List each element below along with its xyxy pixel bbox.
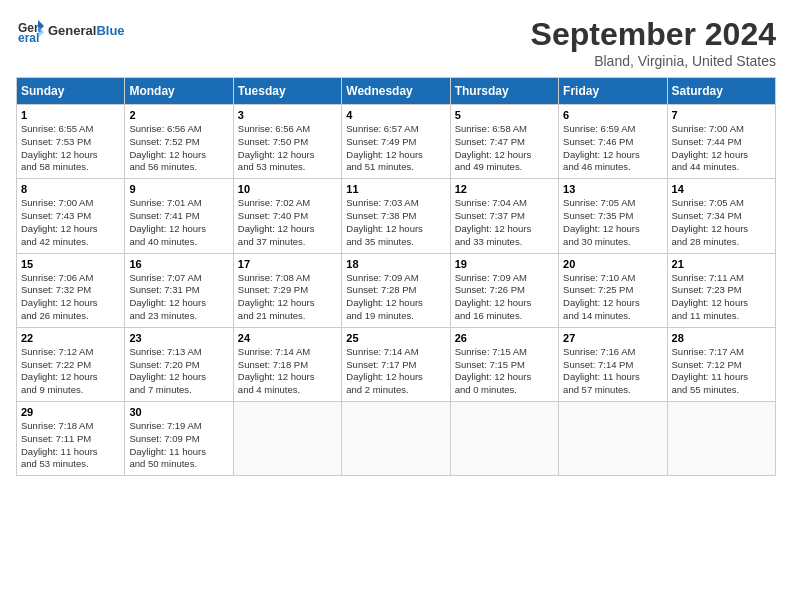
calendar-cell: 11Sunrise: 7:03 AM Sunset: 7:38 PM Dayli… — [342, 179, 450, 253]
day-info: Sunrise: 7:13 AM Sunset: 7:20 PM Dayligh… — [129, 346, 228, 397]
day-number: 28 — [672, 332, 771, 344]
day-number: 27 — [563, 332, 662, 344]
day-info: Sunrise: 7:09 AM Sunset: 7:28 PM Dayligh… — [346, 272, 445, 323]
day-info: Sunrise: 7:19 AM Sunset: 7:09 PM Dayligh… — [129, 420, 228, 471]
day-number: 29 — [21, 406, 120, 418]
calendar-cell: 29Sunrise: 7:18 AM Sunset: 7:11 PM Dayli… — [17, 402, 125, 476]
day-number: 7 — [672, 109, 771, 121]
col-header-thursday: Thursday — [450, 78, 558, 105]
day-number: 6 — [563, 109, 662, 121]
day-info: Sunrise: 7:03 AM Sunset: 7:38 PM Dayligh… — [346, 197, 445, 248]
day-info: Sunrise: 7:08 AM Sunset: 7:29 PM Dayligh… — [238, 272, 337, 323]
calendar-cell — [667, 402, 775, 476]
calendar-cell: 14Sunrise: 7:05 AM Sunset: 7:34 PM Dayli… — [667, 179, 775, 253]
col-header-tuesday: Tuesday — [233, 78, 341, 105]
logo-general-text: GeneralBlue — [48, 23, 125, 38]
day-info: Sunrise: 7:09 AM Sunset: 7:26 PM Dayligh… — [455, 272, 554, 323]
calendar-cell: 20Sunrise: 7:10 AM Sunset: 7:25 PM Dayli… — [559, 253, 667, 327]
calendar-cell: 12Sunrise: 7:04 AM Sunset: 7:37 PM Dayli… — [450, 179, 558, 253]
calendar-cell — [559, 402, 667, 476]
calendar-cell — [450, 402, 558, 476]
calendar-cell: 10Sunrise: 7:02 AM Sunset: 7:40 PM Dayli… — [233, 179, 341, 253]
day-number: 22 — [21, 332, 120, 344]
day-info: Sunrise: 7:05 AM Sunset: 7:35 PM Dayligh… — [563, 197, 662, 248]
day-info: Sunrise: 6:58 AM Sunset: 7:47 PM Dayligh… — [455, 123, 554, 174]
day-info: Sunrise: 7:00 AM Sunset: 7:44 PM Dayligh… — [672, 123, 771, 174]
day-number: 10 — [238, 183, 337, 195]
day-number: 9 — [129, 183, 228, 195]
calendar-cell: 24Sunrise: 7:14 AM Sunset: 7:18 PM Dayli… — [233, 327, 341, 401]
calendar-week-2: 8Sunrise: 7:00 AM Sunset: 7:43 PM Daylig… — [17, 179, 776, 253]
day-info: Sunrise: 7:06 AM Sunset: 7:32 PM Dayligh… — [21, 272, 120, 323]
day-info: Sunrise: 7:00 AM Sunset: 7:43 PM Dayligh… — [21, 197, 120, 248]
calendar-cell: 15Sunrise: 7:06 AM Sunset: 7:32 PM Dayli… — [17, 253, 125, 327]
day-info: Sunrise: 7:02 AM Sunset: 7:40 PM Dayligh… — [238, 197, 337, 248]
day-number: 2 — [129, 109, 228, 121]
day-info: Sunrise: 7:14 AM Sunset: 7:17 PM Dayligh… — [346, 346, 445, 397]
col-header-wednesday: Wednesday — [342, 78, 450, 105]
calendar-table: SundayMondayTuesdayWednesdayThursdayFrid… — [16, 77, 776, 476]
day-info: Sunrise: 7:17 AM Sunset: 7:12 PM Dayligh… — [672, 346, 771, 397]
calendar-cell: 1Sunrise: 6:55 AM Sunset: 7:53 PM Daylig… — [17, 105, 125, 179]
calendar-cell: 21Sunrise: 7:11 AM Sunset: 7:23 PM Dayli… — [667, 253, 775, 327]
col-header-saturday: Saturday — [667, 78, 775, 105]
day-info: Sunrise: 7:12 AM Sunset: 7:22 PM Dayligh… — [21, 346, 120, 397]
calendar-cell: 7Sunrise: 7:00 AM Sunset: 7:44 PM Daylig… — [667, 105, 775, 179]
calendar-cell: 25Sunrise: 7:14 AM Sunset: 7:17 PM Dayli… — [342, 327, 450, 401]
calendar-title: September 2024 — [531, 16, 776, 53]
calendar-cell: 27Sunrise: 7:16 AM Sunset: 7:14 PM Dayli… — [559, 327, 667, 401]
day-number: 11 — [346, 183, 445, 195]
day-info: Sunrise: 7:04 AM Sunset: 7:37 PM Dayligh… — [455, 197, 554, 248]
day-info: Sunrise: 6:59 AM Sunset: 7:46 PM Dayligh… — [563, 123, 662, 174]
day-number: 14 — [672, 183, 771, 195]
day-info: Sunrise: 6:55 AM Sunset: 7:53 PM Dayligh… — [21, 123, 120, 174]
calendar-cell — [233, 402, 341, 476]
calendar-cell: 30Sunrise: 7:19 AM Sunset: 7:09 PM Dayli… — [125, 402, 233, 476]
calendar-cell — [342, 402, 450, 476]
calendar-cell: 26Sunrise: 7:15 AM Sunset: 7:15 PM Dayli… — [450, 327, 558, 401]
calendar-cell: 22Sunrise: 7:12 AM Sunset: 7:22 PM Dayli… — [17, 327, 125, 401]
day-number: 21 — [672, 258, 771, 270]
day-info: Sunrise: 7:01 AM Sunset: 7:41 PM Dayligh… — [129, 197, 228, 248]
calendar-cell: 17Sunrise: 7:08 AM Sunset: 7:29 PM Dayli… — [233, 253, 341, 327]
day-number: 13 — [563, 183, 662, 195]
day-number: 23 — [129, 332, 228, 344]
svg-text:eral: eral — [18, 31, 39, 44]
day-info: Sunrise: 6:56 AM Sunset: 7:50 PM Dayligh… — [238, 123, 337, 174]
day-number: 15 — [21, 258, 120, 270]
calendar-cell: 2Sunrise: 6:56 AM Sunset: 7:52 PM Daylig… — [125, 105, 233, 179]
day-number: 5 — [455, 109, 554, 121]
calendar-cell: 9Sunrise: 7:01 AM Sunset: 7:41 PM Daylig… — [125, 179, 233, 253]
col-header-monday: Monday — [125, 78, 233, 105]
logo: Gen eral GeneralBlue — [16, 16, 125, 44]
day-info: Sunrise: 7:07 AM Sunset: 7:31 PM Dayligh… — [129, 272, 228, 323]
calendar-cell: 13Sunrise: 7:05 AM Sunset: 7:35 PM Dayli… — [559, 179, 667, 253]
calendar-cell: 23Sunrise: 7:13 AM Sunset: 7:20 PM Dayli… — [125, 327, 233, 401]
day-number: 19 — [455, 258, 554, 270]
day-info: Sunrise: 7:11 AM Sunset: 7:23 PM Dayligh… — [672, 272, 771, 323]
calendar-subtitle: Bland, Virginia, United States — [531, 53, 776, 69]
day-info: Sunrise: 7:15 AM Sunset: 7:15 PM Dayligh… — [455, 346, 554, 397]
day-info: Sunrise: 7:10 AM Sunset: 7:25 PM Dayligh… — [563, 272, 662, 323]
calendar-week-5: 29Sunrise: 7:18 AM Sunset: 7:11 PM Dayli… — [17, 402, 776, 476]
header: Gen eral GeneralBlue September 2024 Blan… — [16, 16, 776, 69]
day-info: Sunrise: 6:57 AM Sunset: 7:49 PM Dayligh… — [346, 123, 445, 174]
calendar-cell: 16Sunrise: 7:07 AM Sunset: 7:31 PM Dayli… — [125, 253, 233, 327]
day-info: Sunrise: 7:05 AM Sunset: 7:34 PM Dayligh… — [672, 197, 771, 248]
day-number: 17 — [238, 258, 337, 270]
calendar-week-3: 15Sunrise: 7:06 AM Sunset: 7:32 PM Dayli… — [17, 253, 776, 327]
day-number: 20 — [563, 258, 662, 270]
day-number: 8 — [21, 183, 120, 195]
day-number: 26 — [455, 332, 554, 344]
calendar-cell: 18Sunrise: 7:09 AM Sunset: 7:28 PM Dayli… — [342, 253, 450, 327]
day-info: Sunrise: 7:16 AM Sunset: 7:14 PM Dayligh… — [563, 346, 662, 397]
day-number: 3 — [238, 109, 337, 121]
calendar-week-1: 1Sunrise: 6:55 AM Sunset: 7:53 PM Daylig… — [17, 105, 776, 179]
calendar-week-4: 22Sunrise: 7:12 AM Sunset: 7:22 PM Dayli… — [17, 327, 776, 401]
calendar-cell: 8Sunrise: 7:00 AM Sunset: 7:43 PM Daylig… — [17, 179, 125, 253]
calendar-cell: 19Sunrise: 7:09 AM Sunset: 7:26 PM Dayli… — [450, 253, 558, 327]
calendar-cell: 3Sunrise: 6:56 AM Sunset: 7:50 PM Daylig… — [233, 105, 341, 179]
day-number: 1 — [21, 109, 120, 121]
calendar-cell: 6Sunrise: 6:59 AM Sunset: 7:46 PM Daylig… — [559, 105, 667, 179]
day-number: 12 — [455, 183, 554, 195]
